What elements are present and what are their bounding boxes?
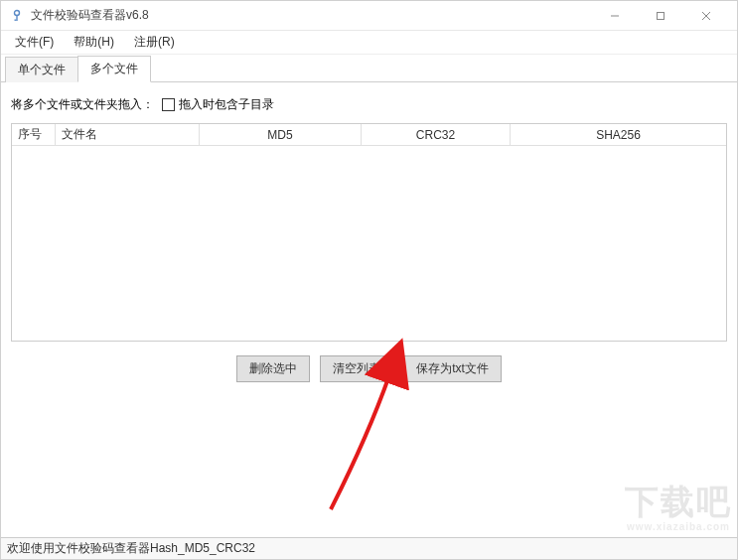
tab-multi-file[interactable]: 多个文件 — [77, 56, 151, 82]
option-row: 将多个文件或文件夹拖入： 拖入时包含子目录 — [11, 96, 727, 113]
app-window: 文件校验码查看器v6.8 文件(F) 帮助(H) 注册(R) 单个文件 多个文件… — [0, 0, 738, 560]
col-index[interactable]: 序号 — [12, 124, 56, 145]
svg-rect-4 — [658, 12, 664, 19]
svg-rect-1 — [16, 15, 17, 21]
svg-point-0 — [15, 10, 20, 15]
file-table[interactable]: 序号 文件名 MD5 CRC32 SHA256 — [11, 123, 727, 342]
save-txt-button[interactable]: 保存为txt文件 — [403, 355, 502, 382]
close-button[interactable] — [683, 1, 729, 31]
delete-selected-button[interactable]: 删除选中 — [236, 355, 310, 382]
checkbox-box-icon — [162, 98, 175, 111]
maximize-button[interactable] — [638, 1, 683, 31]
menu-register[interactable]: 注册(R) — [124, 31, 185, 54]
statusbar: 欢迎使用文件校验码查看器Hash_MD5_CRC32 — [1, 537, 737, 559]
menubar: 文件(F) 帮助(H) 注册(R) — [1, 31, 737, 55]
clear-list-button[interactable]: 清空列表 — [320, 355, 393, 382]
col-sha256[interactable]: SHA256 — [511, 124, 726, 145]
svg-rect-2 — [15, 19, 17, 20]
col-filename[interactable]: 文件名 — [56, 124, 200, 145]
app-icon — [9, 8, 25, 24]
include-subdir-checkbox[interactable]: 拖入时包含子目录 — [162, 96, 274, 113]
col-md5[interactable]: MD5 — [200, 124, 362, 145]
content-area: 将多个文件或文件夹拖入： 拖入时包含子目录 序号 文件名 MD5 CRC32 S… — [1, 82, 737, 390]
action-buttons: 删除选中 清空列表 保存为txt文件 — [11, 355, 727, 382]
status-text: 欢迎使用文件校验码查看器Hash_MD5_CRC32 — [7, 540, 255, 557]
menu-help[interactable]: 帮助(H) — [64, 31, 124, 54]
table-header: 序号 文件名 MD5 CRC32 SHA256 — [12, 124, 726, 146]
col-crc32[interactable]: CRC32 — [362, 124, 511, 145]
drag-hint-label: 将多个文件或文件夹拖入： — [11, 96, 154, 113]
titlebar: 文件校验码查看器v6.8 — [1, 1, 737, 31]
include-subdir-label: 拖入时包含子目录 — [179, 96, 274, 113]
window-controls — [592, 1, 729, 31]
minimize-button[interactable] — [592, 1, 638, 31]
window-title: 文件校验码查看器v6.8 — [31, 7, 592, 24]
menu-file[interactable]: 文件(F) — [5, 31, 64, 54]
tab-strip: 单个文件 多个文件 — [1, 57, 737, 82]
tab-single-file[interactable]: 单个文件 — [5, 57, 78, 82]
